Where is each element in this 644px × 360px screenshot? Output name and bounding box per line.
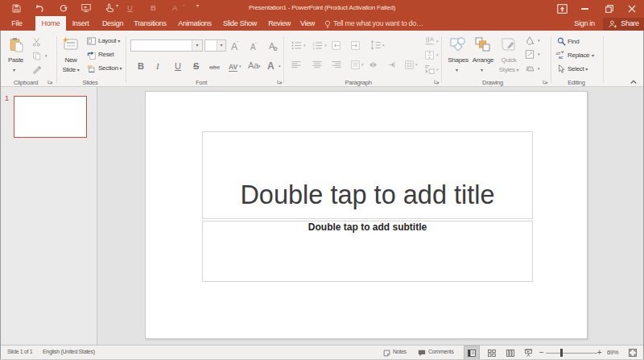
svg-text:3: 3 — [312, 47, 314, 50]
svg-text:A: A — [430, 36, 434, 42]
svg-text:ac: ac — [559, 55, 564, 60]
